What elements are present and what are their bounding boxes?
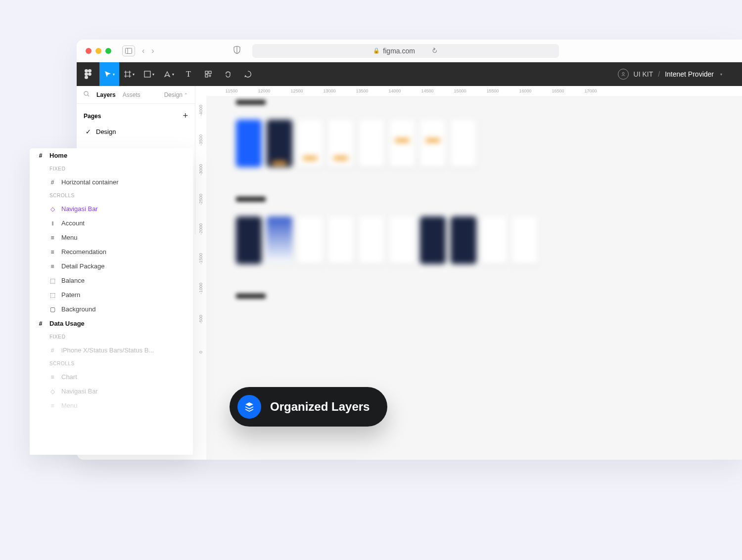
layer-row[interactable]: ⦀Account xyxy=(30,216,193,230)
search-icon[interactable] xyxy=(84,91,90,98)
layer-section-label: SCROLLS xyxy=(30,357,193,370)
pen-tool-icon[interactable]: ▾ xyxy=(159,62,179,86)
layer-section-label: SCROLLS xyxy=(30,189,193,202)
address-bar[interactable]: 🔒 figma.com ↻ xyxy=(252,44,559,58)
svg-rect-12 xyxy=(144,71,150,77)
svg-point-18 xyxy=(622,72,624,74)
layer-label: Data Usage xyxy=(49,320,85,327)
forward-icon[interactable]: › xyxy=(151,46,154,55)
layer-row[interactable]: #Data Usage xyxy=(30,316,193,331)
minimize-icon[interactable] xyxy=(95,48,101,54)
ruler-tick: 16500 xyxy=(542,88,574,93)
ruler-tick: 16000 xyxy=(509,88,542,93)
maximize-icon[interactable] xyxy=(105,48,111,54)
layer-type-icon: # xyxy=(48,347,56,354)
frame-tool-icon[interactable]: ▾ xyxy=(119,62,139,86)
figma-toolbar: ▾ ▾ ▾ ▾ T UI KIT xyxy=(77,62,742,86)
layer-label: iPhone X/Status Bars/Status B... xyxy=(61,346,154,354)
layer-label: Account xyxy=(61,219,85,227)
svg-rect-7 xyxy=(85,76,88,79)
svg-rect-14 xyxy=(209,71,211,74)
layer-row[interactable]: ≡Menu xyxy=(30,398,193,413)
traffic-lights xyxy=(86,48,111,54)
layer-label: Navigasi Bar xyxy=(61,388,98,395)
back-icon[interactable]: ‹ xyxy=(142,46,144,55)
tab-layers[interactable]: Layers xyxy=(96,91,116,98)
text-tool-icon[interactable]: T xyxy=(179,62,198,86)
project-breadcrumb[interactable]: UI KIT / Intenet Provider ▾ xyxy=(618,69,742,80)
layer-label: Navigasi Bar xyxy=(61,205,98,213)
layer-type-icon: ≡ xyxy=(48,263,56,270)
layer-row[interactable]: ⬚Balance xyxy=(30,273,193,288)
ruler-tick: 17000 xyxy=(574,88,607,93)
layers-panel: #HomeFIXED#Horizontal containerSCROLLS◇N… xyxy=(30,148,193,455)
layer-label: Background xyxy=(61,305,95,313)
privacy-shield-icon[interactable] xyxy=(233,46,240,56)
ruler-tick: 11500 xyxy=(215,88,248,93)
team-name: UI KIT xyxy=(634,70,653,78)
figma-logo-icon[interactable] xyxy=(77,62,99,86)
layer-type-icon: ≡ xyxy=(48,234,56,241)
layer-type-icon: ⬚ xyxy=(48,292,56,299)
shape-tool-icon[interactable]: ▾ xyxy=(139,62,159,86)
chevron-down-icon: ▾ xyxy=(133,72,135,77)
layer-type-icon: ◇ xyxy=(48,388,56,395)
hand-tool-icon[interactable] xyxy=(218,62,238,86)
vertical-ruler: -4000-3500-3000-2500-2000-1500-1000-5000 xyxy=(195,96,206,460)
layer-type-icon: # xyxy=(48,179,56,186)
tab-design[interactable]: Design ⌃ xyxy=(164,91,188,98)
layer-section-label: FIXED xyxy=(30,163,193,175)
svg-rect-15 xyxy=(205,75,208,77)
layer-type-icon: ≡ xyxy=(48,249,56,256)
ruler-tick: 14500 xyxy=(411,88,444,93)
chevron-down-icon: ▾ xyxy=(720,72,722,77)
chevron-down-icon: ▾ xyxy=(172,72,174,77)
svg-rect-3 xyxy=(85,69,88,73)
feature-badge: Organized Layers xyxy=(230,387,387,427)
layer-row[interactable]: ≡Recomendation xyxy=(30,245,193,259)
layer-row[interactable]: ◇Navigasi Bar xyxy=(30,384,193,398)
tab-assets[interactable]: Assets xyxy=(123,91,140,98)
horizontal-ruler: 1150012000125001300013500140001450015000… xyxy=(195,86,742,96)
layer-label: Recomendation xyxy=(61,248,106,256)
layer-row[interactable]: #Horizontal container xyxy=(30,175,193,189)
layer-type-icon: ▢ xyxy=(48,306,56,313)
layer-row[interactable]: #Home xyxy=(30,148,193,163)
layer-label: SCROLLS xyxy=(49,361,75,366)
lock-icon: 🔒 xyxy=(373,47,380,54)
layer-row[interactable]: ◇Navigasi Bar xyxy=(30,202,193,216)
chevron-down-icon: ▾ xyxy=(113,72,115,77)
svg-point-19 xyxy=(84,91,88,95)
layer-type-icon: ≡ xyxy=(48,374,56,381)
layer-label: Patern xyxy=(61,291,80,299)
ruler-tick: 12500 xyxy=(280,88,313,93)
close-icon[interactable] xyxy=(86,48,92,54)
layer-row[interactable]: #iPhone X/Status Bars/Status B... xyxy=(30,343,193,357)
svg-rect-13 xyxy=(205,71,208,74)
pages-label: Pages xyxy=(84,113,101,120)
svg-rect-5 xyxy=(85,73,88,76)
layer-row[interactable]: ≡Chart xyxy=(30,370,193,384)
reload-icon[interactable]: ↻ xyxy=(430,46,439,56)
layer-label: SCROLLS xyxy=(49,193,75,198)
layer-label: Menu xyxy=(61,402,78,409)
resources-tool-icon[interactable] xyxy=(198,62,218,86)
page-row[interactable]: ✓ Design xyxy=(77,125,195,138)
sidebar-toggle-icon[interactable] xyxy=(122,45,135,56)
layer-row[interactable]: ▢Background xyxy=(30,302,193,316)
ruler-tick: 13000 xyxy=(313,88,346,93)
comment-tool-icon[interactable] xyxy=(238,62,258,86)
project-name: Intenet Provider xyxy=(665,70,714,78)
layer-row[interactable]: ≡Menu xyxy=(30,230,193,245)
layer-row[interactable]: ⬚Patern xyxy=(30,288,193,302)
safari-titlebar: ‹ › 🔒 figma.com ↻ xyxy=(77,40,742,62)
svg-rect-0 xyxy=(126,48,132,53)
layer-label: Balance xyxy=(61,277,85,284)
svg-point-6 xyxy=(88,73,92,76)
chevron-down-icon: ▾ xyxy=(152,72,154,77)
ruler-tick: 15000 xyxy=(444,88,476,93)
layer-type-icon: ⬚ xyxy=(48,277,56,284)
layer-row[interactable]: ≡Detail Package xyxy=(30,259,193,273)
layer-label: FIXED xyxy=(49,334,65,340)
move-tool-icon[interactable]: ▾ xyxy=(99,62,119,86)
